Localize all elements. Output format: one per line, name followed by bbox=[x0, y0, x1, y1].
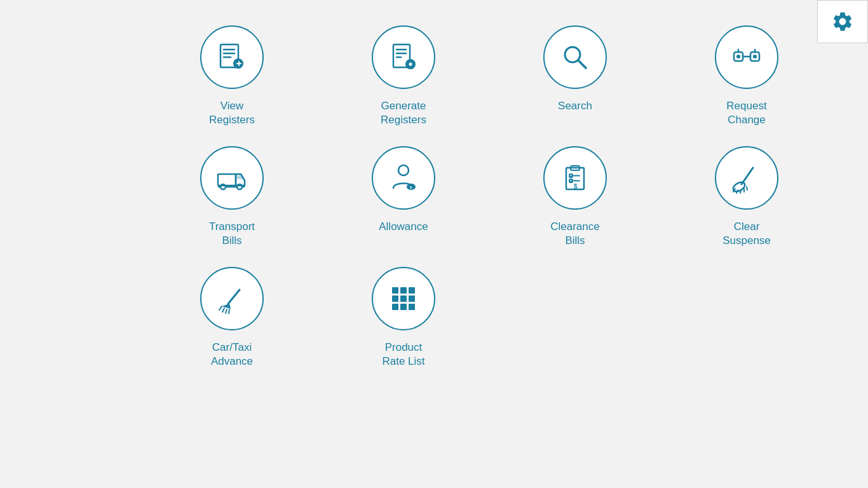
svg-rect-56 bbox=[409, 295, 415, 302]
allowance-icon: $ bbox=[387, 161, 420, 194]
svg-rect-57 bbox=[392, 304, 398, 310]
transport-bills-icon bbox=[215, 161, 248, 194]
svg-line-42 bbox=[736, 190, 738, 193]
car-taxi-advance-icon bbox=[215, 282, 248, 315]
search-icon bbox=[559, 41, 592, 74]
menu-item-allowance[interactable]: $ Allowance bbox=[337, 146, 470, 248]
menu-grid: ViewRegisters GenerateRegisters bbox=[0, 0, 868, 395]
menu-item-clear-suspense[interactable]: ClearSuspense bbox=[680, 146, 813, 248]
svg-line-46 bbox=[228, 290, 240, 304]
product-rate-list-icon-circle bbox=[372, 267, 435, 330]
menu-item-clearance-bills[interactable]: $ ClearanceBills bbox=[508, 146, 642, 248]
gear-icon bbox=[831, 10, 854, 33]
clearance-bills-icon-circle: $ bbox=[543, 146, 607, 210]
svg-text:$: $ bbox=[574, 183, 578, 190]
menu-item-search[interactable]: Search bbox=[508, 25, 642, 127]
svg-line-50 bbox=[229, 309, 229, 313]
svg-line-47 bbox=[219, 306, 222, 310]
clear-suspense-icon bbox=[730, 161, 763, 194]
transport-bills-label: TransportBills bbox=[209, 220, 255, 248]
svg-point-28 bbox=[398, 165, 409, 175]
generate-registers-icon-circle bbox=[372, 25, 435, 89]
svg-point-21 bbox=[753, 55, 757, 58]
svg-rect-52 bbox=[400, 287, 407, 294]
search-label: Search bbox=[558, 99, 592, 113]
svg-line-45 bbox=[747, 187, 747, 190]
view-registers-icon-circle bbox=[200, 25, 264, 89]
menu-item-request-change[interactable]: RequestChange bbox=[680, 25, 813, 127]
menu-item-view-registers[interactable]: ViewRegisters bbox=[165, 25, 299, 127]
request-change-icon bbox=[730, 41, 763, 74]
svg-rect-59 bbox=[409, 304, 415, 310]
clearance-bills-icon: $ bbox=[559, 161, 592, 194]
view-registers-icon bbox=[215, 41, 248, 74]
clear-suspense-label: ClearSuspense bbox=[722, 220, 771, 248]
request-change-icon-circle bbox=[715, 25, 778, 89]
svg-line-49 bbox=[226, 309, 227, 313]
svg-rect-54 bbox=[392, 295, 398, 302]
car-taxi-advance-label: Car/TaxiAdvance bbox=[211, 341, 253, 369]
svg-rect-51 bbox=[392, 287, 398, 294]
product-rate-list-label: ProductRate List bbox=[382, 341, 424, 369]
svg-rect-58 bbox=[400, 304, 407, 310]
generate-registers-label: GenerateRegisters bbox=[381, 99, 426, 127]
request-change-label: RequestChange bbox=[726, 99, 766, 127]
menu-item-car-taxi-advance[interactable]: Car/TaxiAdvance bbox=[165, 267, 299, 369]
svg-line-43 bbox=[740, 190, 741, 193]
clear-suspense-icon-circle bbox=[715, 146, 778, 210]
transport-bills-icon-circle bbox=[200, 146, 264, 210]
svg-point-12 bbox=[409, 63, 412, 66]
svg-line-14 bbox=[578, 60, 586, 68]
menu-item-generate-registers[interactable]: GenerateRegisters bbox=[337, 25, 470, 127]
menu-item-transport-bills[interactable]: TransportBills bbox=[165, 146, 299, 248]
svg-point-20 bbox=[736, 55, 740, 58]
svg-point-24 bbox=[237, 184, 242, 189]
car-taxi-advance-icon-circle bbox=[200, 267, 264, 330]
allowance-label: Allowance bbox=[379, 220, 428, 234]
svg-point-23 bbox=[220, 184, 226, 189]
product-rate-list-icon bbox=[387, 282, 420, 315]
search-icon-circle bbox=[543, 25, 607, 89]
allowance-icon-circle: $ bbox=[372, 146, 435, 210]
clearance-bills-label: ClearanceBills bbox=[550, 220, 600, 248]
settings-button[interactable] bbox=[817, 0, 868, 43]
menu-item-product-rate-list[interactable]: ProductRate List bbox=[337, 267, 470, 369]
svg-line-48 bbox=[222, 308, 224, 312]
view-registers-label: ViewRegisters bbox=[209, 99, 255, 127]
generate-registers-icon bbox=[387, 41, 420, 74]
svg-rect-53 bbox=[409, 287, 415, 294]
svg-rect-55 bbox=[400, 295, 407, 302]
svg-rect-22 bbox=[218, 174, 236, 186]
